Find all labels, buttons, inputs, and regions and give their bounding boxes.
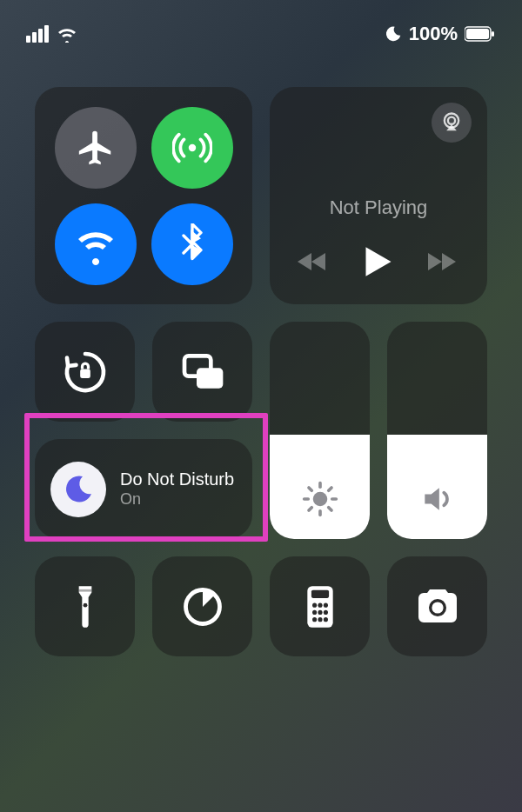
wifi-icon bbox=[56, 25, 78, 43]
svg-point-28 bbox=[323, 609, 327, 614]
camera-icon bbox=[413, 587, 462, 627]
svg-point-30 bbox=[318, 617, 322, 622]
status-left bbox=[26, 25, 78, 43]
control-center: Not Playing bbox=[35, 87, 487, 674]
bluetooth-icon bbox=[175, 223, 210, 265]
calculator-button[interactable] bbox=[270, 556, 370, 656]
svg-point-27 bbox=[318, 609, 322, 614]
dnd-status-icon bbox=[385, 25, 402, 43]
camera-button[interactable] bbox=[387, 556, 487, 656]
svg-point-29 bbox=[312, 617, 317, 622]
media-title: Not Playing bbox=[330, 196, 428, 219]
do-not-disturb-button[interactable]: Do Not Disturb On bbox=[35, 439, 252, 539]
status-bar: 100% bbox=[0, 0, 522, 52]
brightness-slider[interactable] bbox=[270, 322, 370, 539]
brightness-icon bbox=[301, 480, 339, 518]
focus-status: On bbox=[120, 490, 234, 509]
rotation-lock-icon bbox=[61, 348, 110, 396]
svg-rect-6 bbox=[80, 369, 90, 378]
svg-rect-2 bbox=[492, 31, 494, 37]
moon-icon bbox=[61, 472, 96, 507]
svg-rect-22 bbox=[311, 589, 328, 597]
svg-point-23 bbox=[312, 602, 317, 607]
focus-title: Do Not Disturb bbox=[120, 469, 234, 489]
volume-slider[interactable] bbox=[387, 322, 487, 539]
airplay-button[interactable] bbox=[432, 103, 472, 143]
fast-forward-button[interactable] bbox=[426, 250, 461, 274]
svg-point-18 bbox=[83, 602, 87, 607]
airplane-mode-button[interactable] bbox=[55, 107, 137, 189]
orientation-lock-button[interactable] bbox=[35, 322, 135, 422]
screen-mirroring-button[interactable] bbox=[152, 322, 252, 422]
flashlight-icon bbox=[66, 582, 104, 631]
svg-line-17 bbox=[328, 488, 331, 490]
wifi-icon bbox=[75, 223, 117, 265]
calculator-icon bbox=[301, 582, 339, 631]
antenna-icon bbox=[172, 128, 212, 168]
flashlight-button[interactable] bbox=[35, 556, 135, 656]
svg-point-3 bbox=[188, 143, 195, 150]
svg-rect-1 bbox=[466, 29, 489, 39]
svg-rect-19 bbox=[78, 589, 91, 591]
battery-icon bbox=[465, 26, 496, 42]
volume-icon bbox=[418, 480, 457, 518]
svg-point-33 bbox=[432, 602, 443, 613]
moon-badge bbox=[50, 462, 106, 517]
wifi-button[interactable] bbox=[55, 203, 137, 285]
svg-point-9 bbox=[312, 492, 327, 507]
rewind-button[interactable] bbox=[296, 250, 331, 274]
svg-line-16 bbox=[308, 508, 311, 510]
svg-point-31 bbox=[323, 617, 327, 622]
airplane-icon bbox=[76, 128, 116, 168]
svg-point-25 bbox=[323, 602, 327, 607]
svg-rect-8 bbox=[197, 368, 223, 388]
svg-point-26 bbox=[312, 609, 317, 614]
connectivity-module[interactable] bbox=[35, 87, 252, 304]
screen-mirroring-icon bbox=[178, 348, 227, 396]
bluetooth-button[interactable] bbox=[151, 203, 233, 285]
svg-line-14 bbox=[308, 488, 311, 490]
status-right: 100% bbox=[385, 23, 496, 45]
play-button[interactable] bbox=[364, 245, 393, 278]
focus-text: Do Not Disturb On bbox=[120, 469, 234, 509]
svg-line-15 bbox=[328, 508, 331, 510]
timer-button[interactable] bbox=[152, 556, 252, 656]
cellular-signal-icon bbox=[26, 25, 49, 43]
media-module[interactable]: Not Playing bbox=[270, 87, 487, 304]
cellular-data-button[interactable] bbox=[151, 107, 233, 189]
airplay-icon bbox=[439, 110, 464, 135]
media-controls bbox=[296, 245, 461, 278]
battery-percent: 100% bbox=[409, 23, 458, 45]
svg-point-24 bbox=[318, 602, 322, 607]
timer-icon bbox=[180, 584, 225, 629]
svg-point-5 bbox=[448, 117, 455, 124]
